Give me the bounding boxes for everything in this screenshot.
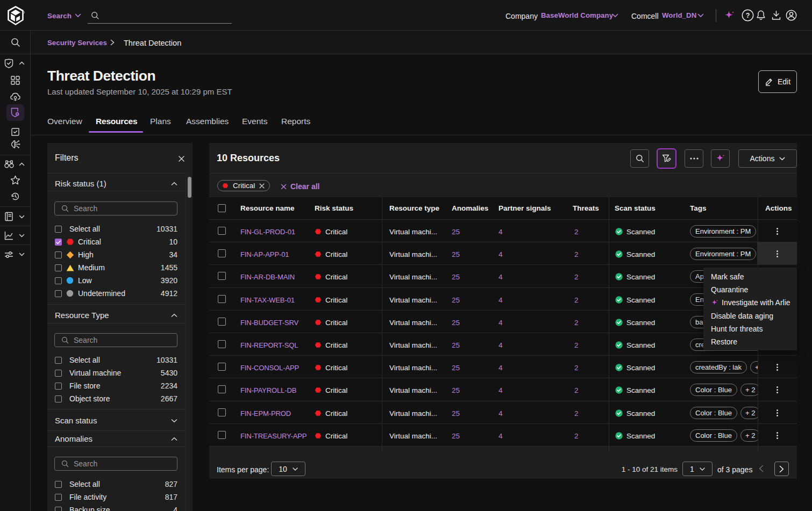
- svg-text:?: ?: [746, 12, 750, 19]
